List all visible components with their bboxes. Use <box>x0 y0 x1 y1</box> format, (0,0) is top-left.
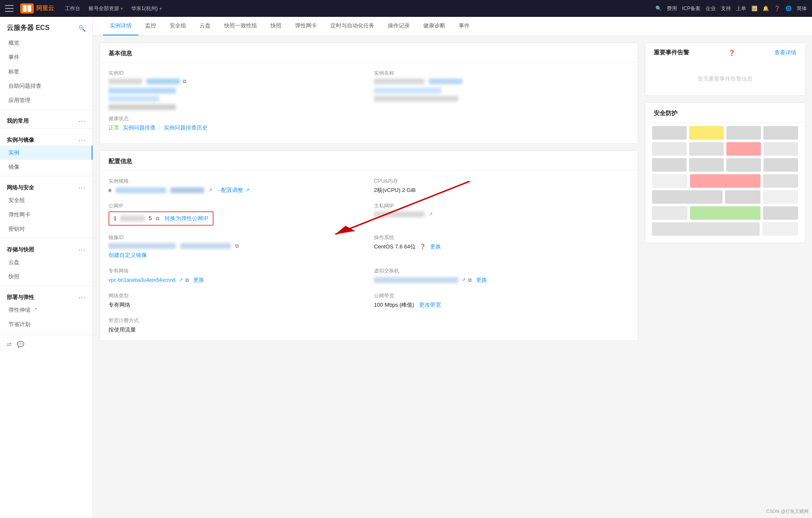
svg-rect-0 <box>23 5 27 12</box>
vpc-copy-icon[interactable]: ⧉ <box>185 277 189 283</box>
spec-config-link[interactable]: ···配置调整 <box>217 186 243 194</box>
upload-link[interactable]: 上单 <box>736 5 746 12</box>
message-icon[interactable]: 💬 <box>17 341 24 348</box>
workbench-label: 工作台 <box>65 5 80 12</box>
sec-block-11 <box>726 158 761 172</box>
nav-region[interactable]: 华东1(杭州) ▾ <box>127 0 166 17</box>
fee-link[interactable]: 费用 <box>667 5 677 12</box>
section-header-storage: 存储与快照 ··· <box>0 240 92 255</box>
instance-name-blur4 <box>374 96 458 102</box>
tab-eni[interactable]: 弹性网卡 <box>288 17 324 35</box>
spec-ext-icon[interactable]: ↗ <box>208 187 212 193</box>
resources-chevron: ▾ <box>121 6 123 11</box>
alert-help-icon[interactable]: ❓ <box>728 50 735 56</box>
region-chevron: ▾ <box>160 6 162 11</box>
instance-troubleshoot-history-link[interactable]: 实例问题排查历史 <box>164 124 208 132</box>
vpc-change-link[interactable]: 更换 <box>193 276 204 284</box>
alert-view-link[interactable]: 查看详情 <box>774 49 796 57</box>
notification-icon[interactable]: 🖼️ <box>751 5 758 11</box>
instances-more-icon[interactable]: ··· <box>78 137 86 143</box>
sidebar-item-keypairs[interactable]: 密钥对 <box>0 222 92 236</box>
cpu-memory-item: CPU&内存 2核(vCPU) 2 GiB <box>374 178 629 194</box>
search-icon[interactable]: 🔍 <box>655 5 662 11</box>
vswitch-copy-icon[interactable]: ⧉ <box>468 277 472 283</box>
sidebar-item-images[interactable]: 镜像 <box>0 160 92 174</box>
sidebar-item-events[interactable]: 事件 <box>0 50 92 65</box>
vswitch-item: 虚拟交换机 ↗ ⧉ 更换 <box>374 267 629 284</box>
nav-resources[interactable]: 账号全部资源 ▾ <box>84 0 127 17</box>
enterprise-link[interactable]: 企业 <box>706 5 716 12</box>
content-area: 基本信息 实例ID ⧉ <box>93 36 812 354</box>
sec-block-6 <box>689 142 724 156</box>
sidebar-item-troubleshoot[interactable]: 自助问题排查 <box>0 79 92 93</box>
support-link[interactable]: 支持 <box>721 5 731 12</box>
os-help-icon[interactable]: ❓ <box>420 244 426 249</box>
convert-eip-link[interactable]: 转换为弹性公网IP <box>165 215 208 222</box>
favorites-more-icon[interactable]: ··· <box>78 118 86 124</box>
sidebar-search-icon[interactable]: 🔍 <box>78 25 86 32</box>
create-custom-mirror-link[interactable]: 创建自定义镜像 <box>108 252 147 258</box>
sidebar-item-disks[interactable]: 云盘 <box>0 255 92 270</box>
public-ip-item: 公网IP 1 5 ⧉ 转换为弹性公网IP <box>108 202 364 226</box>
sidebar-item-eni[interactable]: 弹性网卡 <box>0 208 92 222</box>
vswitch-change-link[interactable]: 更换 <box>476 276 487 284</box>
sidebar-bottom: ⇄ 💬 <box>0 335 92 353</box>
logo[interactable]: 阿里云 <box>20 3 54 13</box>
sec-block-5 <box>652 142 687 156</box>
nav-workbench[interactable]: 工作台 <box>61 0 84 17</box>
spec-config-ext-icon[interactable]: ↗ <box>246 187 249 193</box>
security-row2 <box>652 142 798 156</box>
bell-icon[interactable]: 🔔 <box>763 5 769 11</box>
ip-copy-icon[interactable]: ⧉ <box>156 216 160 221</box>
sidebar-item-apps[interactable]: 应用管理 <box>0 93 92 108</box>
events-label: 事件 <box>8 54 19 60</box>
tab-snapshot-consistency[interactable]: 快照一致性组 <box>217 17 264 35</box>
change-bw-link[interactable]: 更改带宽 <box>419 301 441 309</box>
sidebar-item-snapshots[interactable]: 快照 <box>0 270 92 284</box>
instance-id-copy-icon[interactable]: ⧉ <box>183 78 187 84</box>
sidebar-item-overview[interactable]: 概览 <box>0 36 92 50</box>
image-id-copy-icon[interactable]: ⧉ <box>235 243 239 249</box>
tab-monitor[interactable]: 监控 <box>138 17 163 35</box>
tab-cloud-disk[interactable]: 云盘 <box>193 17 217 35</box>
health-value: 正常 <box>108 124 119 132</box>
private-ip-ext-icon[interactable]: ↗ <box>429 211 433 217</box>
network-more-icon[interactable]: ··· <box>78 185 86 191</box>
deploy-more-icon[interactable]: ··· <box>78 294 86 301</box>
storage-more-icon[interactable]: ··· <box>78 247 86 253</box>
tab-events[interactable]: 事件 <box>452 17 476 35</box>
tab-oplog-label: 操作记录 <box>388 22 410 29</box>
tab-health-diag[interactable]: 健康诊断 <box>417 17 452 35</box>
tab-instance-detail[interactable]: 实例详情 <box>103 17 138 35</box>
config-info-title: 配置信息 <box>100 151 638 171</box>
vpc-ext-icon[interactable]: ↗ <box>179 277 183 283</box>
sec-block-17 <box>725 190 761 204</box>
sec-block-1 <box>652 126 687 140</box>
help-icon[interactable]: ❓ <box>774 5 780 11</box>
tab-security-group[interactable]: 安全组 <box>163 17 193 35</box>
disk-label: 云盘 <box>8 259 19 265</box>
globe-icon[interactable]: 🌐 <box>785 5 792 11</box>
lang-btn[interactable]: 简体 <box>797 5 807 12</box>
sidebar-item-autoscaling[interactable]: 弹性伸缩 ↗ <box>0 303 92 317</box>
logo-text: 阿里云 <box>36 5 54 12</box>
icp-link[interactable]: ICP备案 <box>682 5 701 12</box>
tab-disk-label: 云盘 <box>200 22 211 29</box>
sidebar-item-tags[interactable]: 标签 <box>0 65 92 79</box>
sidebar-item-instances[interactable]: 实例 <box>0 146 92 160</box>
tab-snap-label: 快照 <box>271 22 281 29</box>
vpc-link[interactable]: vpc-bn1aneba3u4ere54vcnnd <box>108 277 176 283</box>
os-change-link[interactable]: 更换 <box>430 243 441 251</box>
vswitch-ext-icon[interactable]: ↗ <box>462 277 466 283</box>
health-status: 正常 实例问题排查 | 实例问题排查历史 <box>108 124 621 132</box>
hamburger-menu-icon[interactable] <box>5 5 14 12</box>
tab-snapshot[interactable]: 快照 <box>264 17 288 35</box>
tab-scheduled[interactable]: 定时与自动化任务 <box>324 17 381 35</box>
instance-name-row3 <box>374 95 629 102</box>
instance-troubleshoot-link[interactable]: 实例问题排查 <box>123 124 156 132</box>
troubleshoot-label: 自助问题排查 <box>8 83 41 89</box>
sidebar-item-security-groups[interactable]: 安全组 <box>0 193 92 208</box>
refresh-icon[interactable]: ⇄ <box>7 341 12 348</box>
tab-operation-log[interactable]: 操作记录 <box>381 17 417 35</box>
sidebar-item-savings[interactable]: 节省计划 <box>0 317 92 332</box>
